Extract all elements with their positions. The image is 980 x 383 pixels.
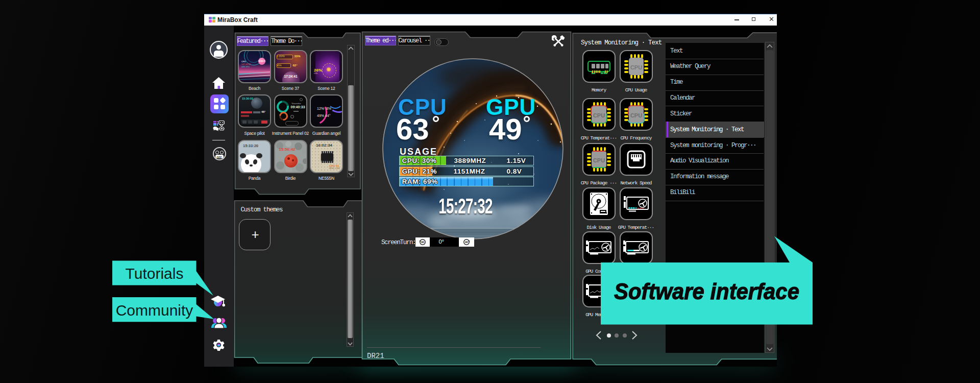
svg-text:CPU: CPU xyxy=(630,112,642,118)
svg-text:CPU: CPU xyxy=(593,112,604,118)
svg-text:90: 90 xyxy=(421,241,424,244)
svg-text:CPU: CPU xyxy=(593,157,604,163)
svg-text:CPU: CPU xyxy=(630,64,642,70)
svg-text:90: 90 xyxy=(464,241,468,244)
